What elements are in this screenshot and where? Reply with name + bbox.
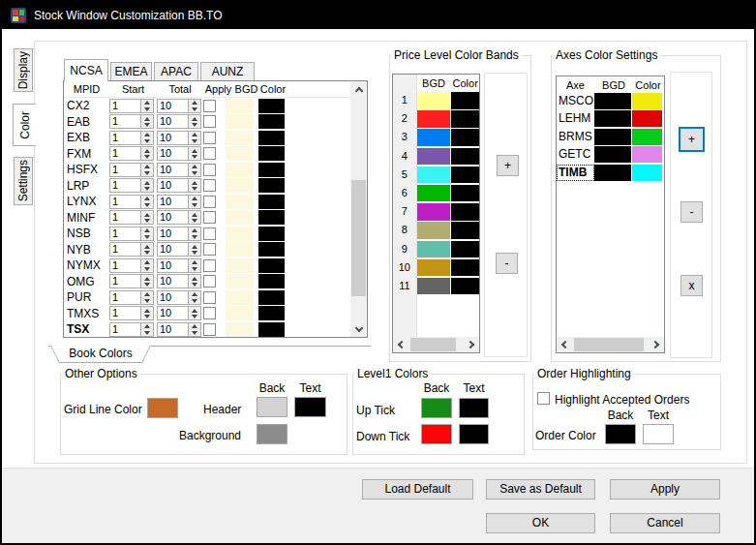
total-value[interactable]: 10 (158, 132, 188, 144)
band-color-swatch[interactable] (451, 148, 479, 166)
band-bgd-swatch[interactable] (417, 241, 451, 258)
axe-bgd-swatch[interactable] (594, 129, 631, 145)
total-spinner[interactable]: 10 (157, 146, 201, 161)
axe-label[interactable]: LEHM (557, 110, 594, 127)
band-bgd-swatch[interactable] (417, 148, 451, 166)
save-as-default-button[interactable]: Save as Default (486, 479, 595, 500)
price-band-row[interactable]: 9 (393, 241, 479, 259)
apply-checkbox[interactable] (203, 227, 216, 240)
total-value[interactable]: 10 (158, 323, 188, 336)
band-color-swatch[interactable] (451, 129, 479, 146)
spinner-down-button[interactable] (141, 265, 153, 272)
load-default-button[interactable]: Load Default (362, 479, 473, 500)
spinner-down-button[interactable] (189, 314, 200, 320)
start-value[interactable]: 1 (110, 291, 140, 304)
axe-label[interactable]: TIMB (557, 165, 594, 181)
tab-region-aunz[interactable]: AUNZ (200, 62, 255, 81)
text-color-swatch[interactable] (258, 227, 285, 241)
apply-checkbox[interactable] (203, 100, 216, 112)
apply-checkbox[interactable] (203, 164, 216, 176)
start-spinner[interactable]: 1 (109, 178, 154, 193)
total-spinner[interactable]: 10 (157, 274, 201, 288)
apply-checkbox[interactable] (203, 275, 216, 288)
price-band-row[interactable]: 8 (393, 222, 479, 240)
apply-checkbox[interactable] (203, 115, 216, 128)
spinner-down-button[interactable] (189, 329, 200, 336)
header-text-swatch[interactable] (294, 397, 326, 417)
bgd-color-swatch[interactable] (226, 258, 254, 273)
table-row[interactable]: OMG 1 10 (64, 274, 350, 290)
axe-label[interactable]: MSCO (557, 93, 594, 109)
total-spinner[interactable]: 10 (157, 306, 201, 320)
tab-display[interactable]: Display (14, 48, 33, 92)
start-value[interactable]: 1 (110, 307, 140, 319)
total-spinner[interactable]: 10 (157, 99, 201, 113)
apply-checkbox[interactable] (203, 291, 216, 304)
axe-color-swatch[interactable] (632, 129, 662, 145)
axe-color-swatch[interactable] (632, 146, 662, 163)
axe-label[interactable]: GETC (557, 146, 594, 163)
total-value[interactable]: 10 (158, 100, 188, 112)
tab-color[interactable]: Color (13, 104, 36, 146)
text-color-swatch[interactable] (258, 163, 285, 177)
start-value[interactable]: 1 (110, 275, 140, 288)
total-spinner[interactable]: 10 (157, 163, 201, 177)
background-swatch[interactable] (257, 424, 287, 444)
up-tick-back-swatch[interactable] (421, 398, 452, 418)
spinner-down-button[interactable] (189, 106, 200, 112)
bgd-color-swatch[interactable] (226, 227, 254, 241)
axe-bgd-swatch[interactable] (594, 93, 631, 109)
band-bgd-swatch[interactable] (417, 110, 451, 128)
apply-checkbox[interactable] (203, 196, 216, 208)
total-value[interactable]: 10 (158, 179, 188, 192)
table-row[interactable]: NYMX 1 10 (64, 257, 350, 274)
add-axe-button[interactable]: + (679, 127, 705, 152)
spinner-down-button[interactable] (141, 297, 153, 304)
bgd-color-swatch[interactable] (226, 99, 254, 113)
table-row[interactable]: NYB 1 10 (64, 242, 350, 258)
bgd-color-swatch[interactable] (226, 274, 254, 288)
spinner-down-button[interactable] (141, 154, 153, 161)
scroll-left-button[interactable] (393, 337, 408, 352)
tab-region-apac[interactable]: APAC (154, 62, 198, 81)
start-spinner[interactable]: 1 (109, 210, 154, 225)
text-color-swatch[interactable] (258, 178, 285, 193)
spinner-down-button[interactable] (141, 282, 153, 288)
scrollbar-thumb[interactable] (574, 338, 644, 351)
text-color-swatch[interactable] (258, 210, 285, 225)
start-spinner[interactable]: 1 (109, 99, 154, 113)
total-value[interactable]: 10 (158, 291, 188, 304)
start-spinner[interactable]: 1 (109, 258, 154, 273)
spinner-down-button[interactable] (189, 233, 200, 240)
bgd-color-swatch[interactable] (226, 163, 254, 177)
spinner-down-button[interactable] (141, 218, 153, 225)
bgd-color-swatch[interactable] (226, 195, 254, 209)
band-bgd-swatch[interactable] (417, 92, 451, 109)
bgd-color-swatch[interactable] (226, 114, 254, 129)
price-bands-hscrollbar[interactable] (393, 337, 479, 352)
text-color-swatch[interactable] (258, 258, 285, 273)
band-bgd-swatch[interactable] (417, 129, 451, 146)
start-spinner[interactable]: 1 (109, 274, 154, 288)
price-band-row[interactable]: 1 (393, 92, 479, 110)
table-row[interactable]: MINF 1 10 (64, 210, 350, 227)
total-value[interactable]: 10 (158, 259, 188, 272)
table-row[interactable]: TSX 1 10 (64, 321, 350, 338)
order-back-swatch[interactable] (605, 424, 636, 444)
highlight-accepted-orders-checkbox[interactable] (537, 392, 550, 405)
tab-settings[interactable]: Settings (14, 157, 33, 205)
axes-row[interactable]: GETC (557, 146, 664, 164)
spinner-down-button[interactable] (189, 122, 200, 129)
band-color-swatch[interactable] (451, 167, 479, 184)
spinner-down-button[interactable] (141, 122, 153, 129)
tab-region-ncsa[interactable]: NCSA (64, 59, 108, 81)
axe-bgd-swatch[interactable] (594, 165, 631, 181)
text-color-swatch[interactable] (258, 146, 285, 161)
total-spinner[interactable]: 10 (157, 242, 201, 257)
start-value[interactable]: 1 (110, 227, 140, 240)
bgd-color-swatch[interactable] (226, 178, 254, 193)
text-color-swatch[interactable] (258, 306, 285, 320)
spinner-down-button[interactable] (141, 186, 153, 193)
text-color-swatch[interactable] (258, 290, 285, 305)
start-value[interactable]: 1 (110, 259, 140, 272)
